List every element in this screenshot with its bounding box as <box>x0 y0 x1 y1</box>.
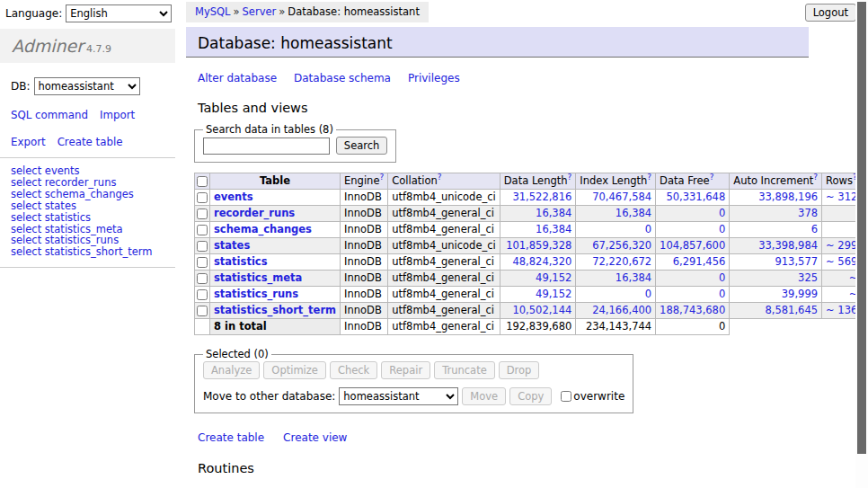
row-checkbox[interactable] <box>197 306 208 316</box>
sidebar-item-select-states[interactable]: select states <box>11 200 175 212</box>
data-free-link[interactable]: 104,857,600 <box>660 239 725 252</box>
language-label: Language: <box>5 7 62 20</box>
column-header-data-free: Data Free? <box>656 173 730 190</box>
move-db-select[interactable]: homeassistant <box>339 387 458 405</box>
table-row: statisticsInnoDButf8mb4_general_ci48,824… <box>195 254 868 271</box>
analyze-button[interactable]: Analyze <box>203 361 260 379</box>
sidebar-item-select-statistics-short-term[interactable]: select statistics_short_term <box>11 246 175 258</box>
search-button[interactable]: Search <box>336 137 388 155</box>
row-checkbox[interactable] <box>197 241 208 252</box>
data-length-link[interactable]: 31,522,816 <box>512 191 571 203</box>
index-length-link[interactable]: 72,220,672 <box>592 255 651 268</box>
auto-increment-link[interactable]: 325 <box>798 271 818 284</box>
auto-increment-link[interactable]: 6 <box>811 223 818 235</box>
auto-increment-link[interactable]: 33,898,196 <box>758 191 818 203</box>
data-length-link[interactable]: 16,384 <box>536 223 571 235</box>
data-length-link[interactable]: 49,152 <box>536 271 571 284</box>
row-checkbox[interactable] <box>197 225 208 235</box>
repair-button[interactable]: Repair <box>381 361 430 379</box>
row-checkbox[interactable] <box>197 273 208 284</box>
data-length-link[interactable]: 16,384 <box>536 207 571 219</box>
sidebar-item-select-statistics[interactable]: select statistics <box>11 212 175 224</box>
adminer-logo: Adminer <box>12 36 84 56</box>
scrollbar-track[interactable] <box>855 0 868 488</box>
sidebar-action-create-table[interactable]: Create table <box>58 136 123 148</box>
column-help-link[interactable]: ? <box>438 173 442 182</box>
table-link-statistics-meta[interactable]: statistics_meta <box>214 271 302 284</box>
move-button[interactable]: Move <box>462 387 506 405</box>
nav-link-privileges[interactable]: Privileges <box>408 72 460 84</box>
auto-increment-link[interactable]: 378 <box>798 207 818 219</box>
data-free-link[interactable]: 50,331,648 <box>666 191 725 203</box>
sidebar-item-select-events[interactable]: select events <box>11 165 175 177</box>
index-length-link[interactable]: 67,256,320 <box>592 239 651 252</box>
data-length-link[interactable]: 101,859,328 <box>506 239 571 252</box>
move-row: Move to other database:homeassistantMove… <box>203 387 624 405</box>
table-link-states[interactable]: states <box>214 239 250 252</box>
nav-link-alter-database[interactable]: Alter database <box>198 72 277 84</box>
copy-button[interactable]: Copy <box>509 387 552 405</box>
auto-increment-link[interactable]: 33,398,984 <box>758 239 818 252</box>
sidebar-action-sql-command[interactable]: SQL command <box>11 109 88 121</box>
create-table-link[interactable]: Create table <box>198 431 264 444</box>
row-checkbox[interactable] <box>197 289 208 300</box>
column-help-link[interactable]: ? <box>813 173 818 182</box>
drop-button[interactable]: Drop <box>499 361 540 379</box>
index-length-link[interactable]: 24,166,400 <box>592 304 651 316</box>
index-length-link[interactable]: 70,467,584 <box>592 191 651 203</box>
create-view-link[interactable]: Create view <box>283 431 347 444</box>
search-legend: Search data in tables (8) <box>203 123 336 136</box>
table-link-events[interactable]: events <box>214 191 253 203</box>
sidebar-action-import[interactable]: Import <box>100 109 135 121</box>
data-free-link[interactable]: 0 <box>719 271 725 284</box>
column-help-link[interactable]: ? <box>568 173 572 182</box>
overwrite-option: overwrite <box>561 390 624 403</box>
data-length-link[interactable]: 49,152 <box>536 288 571 300</box>
data-free-link[interactable]: 0 <box>719 288 725 300</box>
index-length-link[interactable]: 16,384 <box>616 207 651 219</box>
data-free-link[interactable]: 0 <box>719 207 725 219</box>
row-checkbox[interactable] <box>197 209 208 219</box>
logout-button[interactable]: Logout <box>805 4 856 22</box>
nav-link-database-schema[interactable]: Database schema <box>294 72 391 84</box>
auto-increment-link[interactable]: 39,999 <box>782 288 818 300</box>
overwrite-checkbox[interactable] <box>561 391 571 402</box>
scrollbar-thumb[interactable] <box>857 2 866 454</box>
select-all-checkbox[interactable] <box>197 176 208 187</box>
collation-cell: utf8mb4_general_ci <box>388 303 500 319</box>
table-link-statistics-runs[interactable]: statistics_runs <box>214 288 298 300</box>
data-free-link[interactable]: 0 <box>719 223 725 235</box>
index-length-link[interactable]: 0 <box>645 223 651 235</box>
row-check-cell <box>195 222 210 238</box>
data-free-link[interactable]: 6,291,456 <box>673 255 726 268</box>
search-input[interactable] <box>203 138 330 155</box>
sidebar-action-export[interactable]: Export <box>11 136 46 148</box>
table-row: statesInnoDButf8mb4_unicode_ci101,859,32… <box>195 238 868 254</box>
table-link-schema-changes[interactable]: schema_changes <box>214 223 312 235</box>
auto-increment-link[interactable]: 8,581,645 <box>766 304 819 316</box>
sidebar-item-select-recorder-runs[interactable]: select recorder_runs <box>11 177 175 189</box>
language-select[interactable]: English <box>66 4 172 22</box>
table-link-statistics-short-term[interactable]: statistics_short_term <box>214 304 336 316</box>
breadcrumb-link-server[interactable]: Server <box>243 5 277 18</box>
column-help-link[interactable]: ? <box>647 173 651 182</box>
row-checkbox[interactable] <box>197 257 208 268</box>
total-collation-cell: utf8mb4_general_ci <box>388 319 500 335</box>
check-button[interactable]: Check <box>330 361 377 379</box>
index-length-link[interactable]: 0 <box>645 288 651 300</box>
truncate-button[interactable]: Truncate <box>434 361 495 379</box>
row-checkbox[interactable] <box>197 192 208 203</box>
breadcrumb-link-mysql[interactable]: MySQL <box>195 5 231 18</box>
sidebar-item-select-schema-changes[interactable]: select schema_changes <box>11 189 175 200</box>
index-length-link[interactable]: 16,384 <box>616 271 651 284</box>
data-length-link[interactable]: 10,502,144 <box>512 304 571 316</box>
data-length-link[interactable]: 48,824,320 <box>512 255 571 268</box>
column-help-link[interactable]: ? <box>379 173 384 182</box>
column-help-link[interactable]: ? <box>710 173 714 182</box>
table-link-recorder-runs[interactable]: recorder_runs <box>214 207 295 219</box>
auto-increment-link[interactable]: 913,577 <box>775 255 818 268</box>
table-link-statistics[interactable]: statistics <box>214 255 268 268</box>
data-free-link[interactable]: 188,743,680 <box>660 304 725 316</box>
db-select[interactable]: homeassistant <box>34 77 140 95</box>
optimize-button[interactable]: Optimize <box>263 361 326 379</box>
